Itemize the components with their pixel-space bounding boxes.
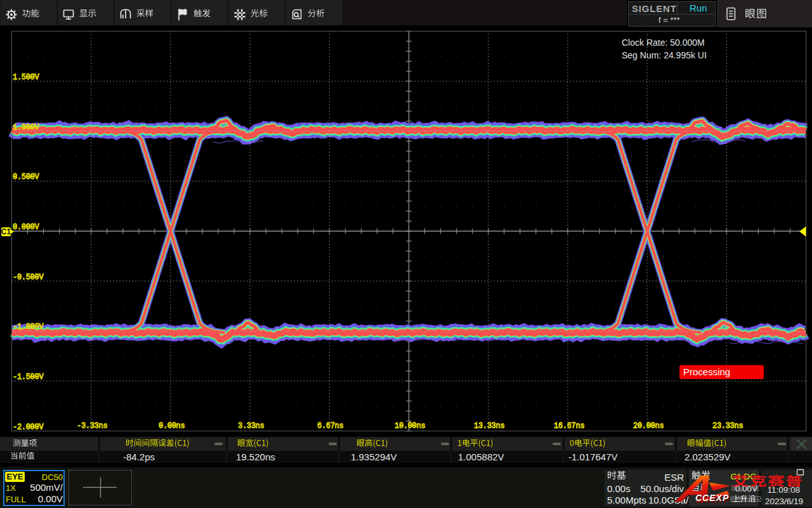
svg-text:C1: C1 [1,227,11,236]
